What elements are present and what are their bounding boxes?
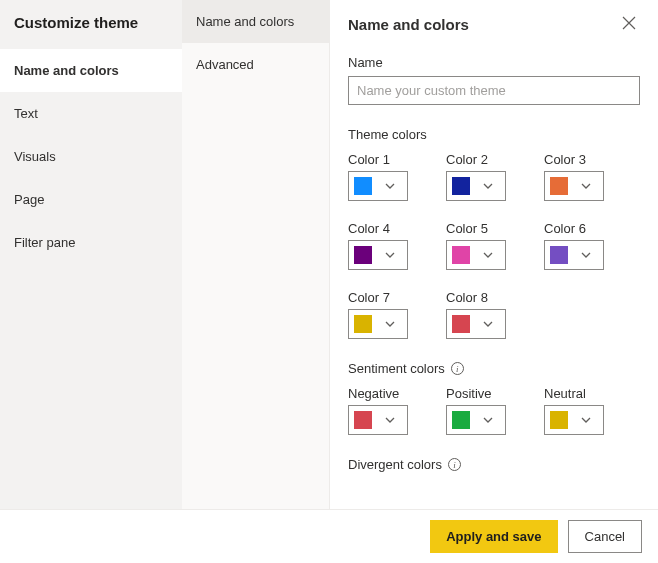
color-swatch-label: Neutral: [544, 386, 604, 401]
color-swatch-preview: [354, 177, 372, 195]
color-swatch-block: Color 3: [544, 152, 604, 201]
color-swatch-label: Color 5: [446, 221, 506, 236]
dialog-footer: Apply and save Cancel: [0, 509, 658, 563]
color-swatch-label: Color 2: [446, 152, 506, 167]
theme-name-input[interactable]: [348, 76, 640, 105]
sub-nav-item[interactable]: Name and colors: [182, 0, 329, 43]
color-swatch-block: Positive: [446, 386, 506, 435]
cancel-button[interactable]: Cancel: [568, 520, 642, 553]
color-swatch-preview: [452, 177, 470, 195]
left-nav-item[interactable]: Text: [0, 92, 182, 135]
color-swatch-block: Color 7: [348, 290, 408, 339]
divergent-colors-label: Divergent colors i: [348, 457, 640, 472]
color-swatch-label: Negative: [348, 386, 408, 401]
color-swatch-dropdown[interactable]: [446, 309, 506, 339]
color-swatch-preview: [550, 177, 568, 195]
color-swatch-label: Color 8: [446, 290, 506, 305]
color-swatch-block: Color 1: [348, 152, 408, 201]
settings-pane: Name and colors Name Theme colors Color …: [330, 0, 658, 509]
left-nav-item[interactable]: Visuals: [0, 135, 182, 178]
color-swatch-label: Color 4: [348, 221, 408, 236]
color-swatch-block: Color 6: [544, 221, 604, 270]
info-icon[interactable]: i: [451, 362, 464, 375]
color-swatch-preview: [452, 315, 470, 333]
color-swatch-preview: [354, 315, 372, 333]
color-swatch-block: Color 4: [348, 221, 408, 270]
color-swatch-label: Color 1: [348, 152, 408, 167]
chevron-down-icon: [470, 318, 505, 330]
color-swatch-dropdown[interactable]: [544, 405, 604, 435]
chevron-down-icon: [372, 318, 407, 330]
dialog-title: Customize theme: [0, 0, 182, 49]
color-swatch-dropdown[interactable]: [446, 240, 506, 270]
pane-title: Name and colors: [348, 16, 469, 33]
color-swatch-block: Negative: [348, 386, 408, 435]
color-swatch-preview: [452, 246, 470, 264]
sub-nav: Name and colorsAdvanced: [182, 0, 330, 509]
chevron-down-icon: [470, 249, 505, 261]
color-swatch-dropdown[interactable]: [544, 240, 604, 270]
chevron-down-icon: [470, 180, 505, 192]
theme-colors-label: Theme colors: [348, 127, 640, 142]
sentiment-colors-label: Sentiment colors i: [348, 361, 640, 376]
chevron-down-icon: [372, 180, 407, 192]
left-nav: Customize theme Name and colorsTextVisua…: [0, 0, 182, 509]
color-swatch-label: Color 3: [544, 152, 604, 167]
color-swatch-preview: [354, 246, 372, 264]
color-swatch-label: Color 7: [348, 290, 408, 305]
chevron-down-icon: [568, 414, 603, 426]
color-swatch-dropdown[interactable]: [544, 171, 604, 201]
color-swatch-block: Neutral: [544, 386, 604, 435]
sub-nav-item[interactable]: Advanced: [182, 43, 329, 86]
color-swatch-block: Color 5: [446, 221, 506, 270]
chevron-down-icon: [470, 414, 505, 426]
left-nav-item[interactable]: Page: [0, 178, 182, 221]
left-nav-item[interactable]: Name and colors: [0, 49, 182, 92]
color-swatch-label: Positive: [446, 386, 506, 401]
color-swatch-preview: [550, 411, 568, 429]
chevron-down-icon: [568, 180, 603, 192]
color-swatch-dropdown[interactable]: [348, 171, 408, 201]
color-swatch-block: Color 2: [446, 152, 506, 201]
chevron-down-icon: [372, 249, 407, 261]
color-swatch-dropdown[interactable]: [348, 309, 408, 339]
chevron-down-icon: [568, 249, 603, 261]
color-swatch-preview: [354, 411, 372, 429]
color-swatch-block: Color 8: [446, 290, 506, 339]
color-swatch-dropdown[interactable]: [348, 405, 408, 435]
color-swatch-preview: [550, 246, 568, 264]
color-swatch-preview: [452, 411, 470, 429]
name-label: Name: [348, 55, 640, 70]
left-nav-item[interactable]: Filter pane: [0, 221, 182, 264]
color-swatch-dropdown[interactable]: [446, 405, 506, 435]
close-icon[interactable]: [618, 12, 640, 37]
apply-save-button[interactable]: Apply and save: [430, 520, 557, 553]
chevron-down-icon: [372, 414, 407, 426]
info-icon[interactable]: i: [448, 458, 461, 471]
color-swatch-dropdown[interactable]: [446, 171, 506, 201]
color-swatch-label: Color 6: [544, 221, 604, 236]
color-swatch-dropdown[interactable]: [348, 240, 408, 270]
